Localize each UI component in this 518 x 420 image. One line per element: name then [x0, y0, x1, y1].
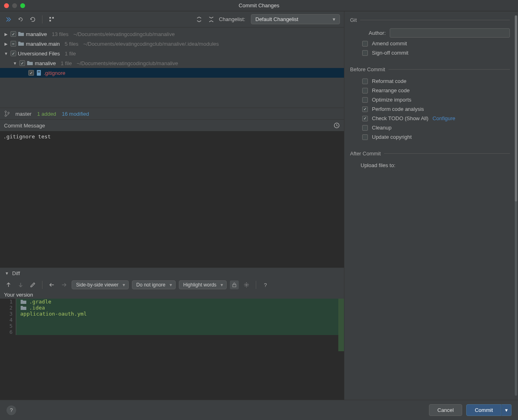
author-input[interactable]: [390, 28, 510, 38]
tree-checkbox[interactable]: [11, 41, 16, 47]
folder-icon: [20, 305, 27, 310]
line-number: 2: [0, 305, 16, 311]
tree-label: manalive: [35, 60, 56, 66]
diff-ignore-select[interactable]: Do not ignore: [132, 280, 176, 289]
amend-label: Amend commit: [372, 40, 407, 47]
help-icon[interactable]: ?: [261, 280, 270, 289]
arrow-up-icon[interactable]: [4, 280, 13, 289]
folder-icon: [27, 60, 33, 66]
line-content: .idea: [16, 305, 344, 311]
svg-rect-5: [38, 72, 40, 72]
line-number: 6: [0, 329, 16, 335]
rearrange-checkbox[interactable]: [362, 88, 368, 93]
copyright-checkbox[interactable]: [362, 134, 368, 140]
author-label: Author:: [361, 30, 386, 36]
cleanup-checkbox[interactable]: [362, 125, 368, 131]
tree-row[interactable]: ▶manalive13 files~/Documents/elevatingco…: [0, 29, 344, 39]
optimize-checkbox[interactable]: [362, 97, 368, 103]
tree-row[interactable]: .gitignore: [0, 68, 344, 78]
expander-icon[interactable]: ▼: [12, 61, 18, 66]
svg-rect-1: [52, 17, 54, 19]
svg-rect-10: [233, 284, 236, 287]
edit-icon[interactable]: [28, 280, 37, 289]
tree-checkbox[interactable]: [19, 60, 25, 66]
svg-rect-0: [49, 17, 51, 19]
line-content: .gradle: [16, 299, 344, 305]
zoom-window-icon[interactable]: [20, 3, 25, 8]
cleanup-label: Cleanup: [372, 125, 391, 131]
line-content: [16, 323, 344, 329]
diff-expander-icon[interactable]: ▼: [4, 271, 10, 276]
commit-dropdown-icon[interactable]: ▾: [501, 404, 512, 416]
cancel-button[interactable]: Cancel: [429, 404, 462, 416]
svg-rect-2: [49, 20, 51, 21]
diff-toolbar: Side-by-side viewer Do not ignore Highli…: [0, 279, 344, 291]
optimize-label: Optimize imports: [372, 97, 412, 103]
tree-label: manalive.main: [26, 41, 60, 47]
svg-point-8: [8, 112, 9, 114]
analysis-checkbox[interactable]: [362, 106, 368, 112]
todo-checkbox[interactable]: [362, 116, 368, 121]
filter-icon[interactable]: [4, 15, 13, 24]
changes-tree: ▶manalive13 files~/Documents/elevatingco…: [0, 28, 344, 79]
diff-version-label: Your version: [0, 291, 344, 299]
amend-checkbox[interactable]: [362, 41, 368, 47]
folder-icon: [18, 41, 24, 47]
expander-icon[interactable]: ▼: [3, 51, 9, 56]
tree-label: manalive: [26, 31, 47, 37]
tree-filecount: 5 files: [65, 41, 79, 47]
history-icon[interactable]: [333, 122, 340, 129]
tree-row[interactable]: ▶manalive.main5 files~/Documents/elevati…: [0, 39, 344, 49]
tree-checkbox[interactable]: [11, 31, 16, 37]
undo-icon[interactable]: [16, 15, 25, 24]
diff-highlight-select[interactable]: Highlight words: [179, 280, 227, 289]
copyright-label: Update copyright: [372, 134, 412, 140]
arrow-left-icon[interactable]: [47, 280, 56, 289]
after-commit-title: After Commit: [350, 151, 510, 157]
arrow-down-icon[interactable]: [16, 280, 25, 289]
before-commit-title: Before Commit: [350, 66, 510, 72]
window-title: Commit Changes: [0, 2, 518, 8]
gear-icon[interactable]: [242, 280, 251, 289]
tree-checkbox[interactable]: [28, 70, 34, 76]
collapse-all-icon[interactable]: [207, 15, 216, 24]
minimize-window-icon[interactable]: [12, 3, 17, 8]
tree-label: .gitignore: [44, 70, 65, 76]
expander-icon[interactable]: ▶: [3, 42, 9, 46]
modified-count: 16 modified: [62, 111, 89, 117]
branch-status: master 1 added 16 modified: [0, 108, 344, 119]
tree-path: ~/Documents/elevatingcodingclub/manalive: [77, 60, 178, 66]
svg-point-7: [5, 115, 6, 117]
refresh-icon[interactable]: [28, 15, 37, 24]
expander-icon[interactable]: ▶: [3, 32, 9, 36]
commit-message-input[interactable]: [0, 131, 344, 267]
expand-all-icon[interactable]: [195, 15, 204, 24]
tree-label: Unversioned Files: [18, 51, 60, 57]
branch-icon: [4, 110, 10, 117]
tree-path: ~/Documents/elevatingcodingclub/manalive: [73, 31, 174, 37]
tree-filecount: 1 file: [61, 60, 72, 66]
arrow-right-icon[interactable]: [59, 280, 68, 289]
diff-header[interactable]: ▼ Diff: [0, 268, 344, 279]
changelist-select[interactable]: Default Changelist: [251, 14, 340, 24]
options-panel: Git Author: Amend commit Sign-off commit…: [344, 11, 518, 400]
commit-button[interactable]: Commit: [466, 404, 501, 416]
lock-icon[interactable]: [230, 280, 239, 289]
diff-line: 1.gradle: [0, 299, 344, 305]
diff-line: 6: [0, 329, 344, 335]
tree-filecount: 1 file: [65, 51, 76, 57]
help-button[interactable]: ?: [6, 405, 16, 415]
tree-row[interactable]: ▼manalive1 file~/Documents/elevatingcodi…: [0, 58, 344, 68]
tree-row[interactable]: ▼Unversioned Files1 file: [0, 49, 344, 58]
file-icon: [36, 70, 42, 76]
reformat-checkbox[interactable]: [362, 78, 368, 84]
signoff-checkbox[interactable]: [362, 50, 368, 56]
group-icon[interactable]: [47, 15, 56, 24]
line-content: [16, 329, 344, 335]
configure-link[interactable]: Configure: [433, 115, 455, 121]
diff-line: 5: [0, 323, 344, 329]
tree-checkbox[interactable]: [11, 51, 16, 56]
folder-icon: [20, 299, 27, 304]
diff-viewer-select[interactable]: Side-by-side viewer: [72, 280, 129, 289]
close-window-icon[interactable]: [4, 3, 9, 8]
